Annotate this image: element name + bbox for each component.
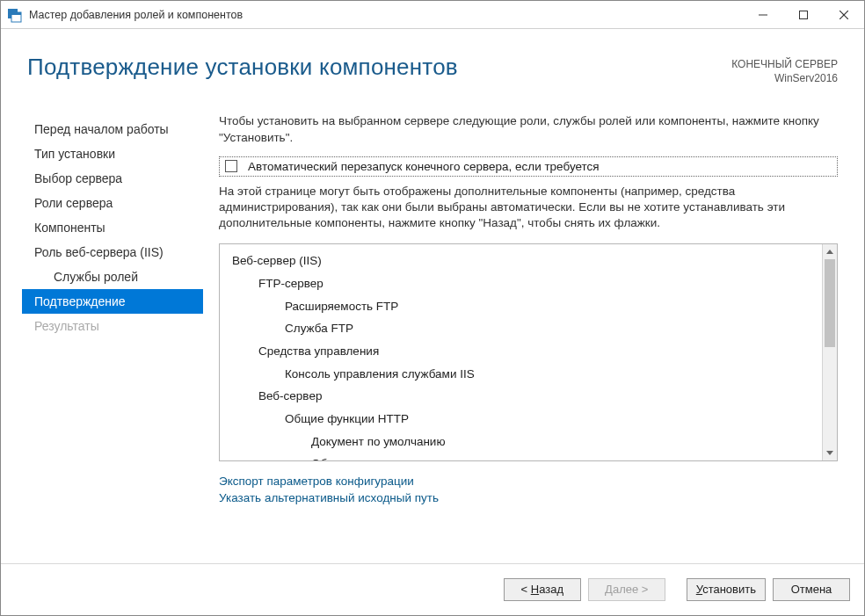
back-button[interactable]: < Назад [504,578,581,601]
intro-text: Чтобы установить на выбранном сервере сл… [219,113,838,145]
restart-checkbox-row[interactable]: Автоматический перезапуск конечного серв… [219,156,838,177]
svg-marker-7 [826,250,833,254]
features-tree-content: Веб-сервер (IIS) FTP-сервер Расширяемост… [220,244,822,460]
scroll-track[interactable] [823,259,837,446]
scroll-up-button[interactable] [823,244,837,259]
sidebar-item-server-roles[interactable]: Роли сервера [22,191,203,215]
svg-rect-2 [11,12,21,15]
sidebar-item-confirmation[interactable]: Подтверждение [22,289,203,314]
wizard-sidebar: Перед началом работы Тип установки Выбор… [15,106,203,563]
restart-checkbox-label: Автоматический перезапуск конечного серв… [248,160,600,173]
install-button[interactable]: Установить [687,578,766,601]
page-title: Подтверждение установки компонентов [27,54,731,81]
sidebar-item-features[interactable]: Компоненты [22,215,203,240]
tree-item: Консоль управления службами IIS [227,363,818,386]
features-tree: Веб-сервер (IIS) FTP-сервер Расширяемост… [219,243,838,461]
tree-item: FTP-сервер [227,272,818,295]
window-title: Мастер добавления ролей и компонентов [29,9,743,21]
sidebar-item-server-selection[interactable]: Выбор сервера [22,166,203,191]
scroll-thumb[interactable] [825,259,835,347]
tree-item: Обзор каталога [227,453,818,460]
tree-item: Общие функции HTTP [227,408,818,431]
tree-item: Средства управления [227,340,818,363]
target-server-label: КОНЕЧНЫЙ СЕРВЕР [731,57,838,71]
sidebar-item-before-you-begin[interactable]: Перед началом работы [22,117,203,141]
tree-item: Служба FTP [227,317,818,340]
cancel-button[interactable]: Отмена [773,578,850,601]
tree-item: Расширяемость FTP [227,295,818,318]
sidebar-item-iis-role[interactable]: Роль веб-сервера (IIS) [22,240,203,265]
note-text: На этой странице могут быть отображены д… [219,184,838,232]
svg-marker-8 [826,451,833,455]
tree-scrollbar[interactable] [822,244,837,460]
restart-checkbox[interactable] [225,160,237,172]
svg-rect-4 [800,11,808,18]
next-button: Далее > [588,578,665,601]
scroll-down-button[interactable] [823,446,837,460]
target-server-name: WinServ2016 [731,71,838,85]
tree-item: Веб-сервер (IIS) [227,250,818,272]
sidebar-item-results: Результаты [22,314,203,338]
titlebar: Мастер добавления ролей и компонентов [1,1,864,29]
minimize-button[interactable] [743,1,783,28]
close-button[interactable] [824,1,864,28]
sidebar-item-role-services[interactable]: Службы ролей [22,265,203,289]
export-config-link[interactable]: Экспорт параметров конфигурации [219,475,414,488]
sidebar-item-installation-type[interactable]: Тип установки [22,141,203,166]
alt-source-path-link[interactable]: Указать альтернативный исходный путь [219,491,439,504]
maximize-button[interactable] [783,1,824,28]
window-controls [743,1,864,28]
wizard-footer: < Назад Далее > Установить Отмена [1,563,864,614]
target-server-block: КОНЕЧНЫЙ СЕРВЕР WinServ2016 [731,54,838,85]
app-icon [8,7,24,23]
tree-item: Документ по умолчанию [227,431,818,453]
tree-item: Веб-сервер [227,385,818,408]
